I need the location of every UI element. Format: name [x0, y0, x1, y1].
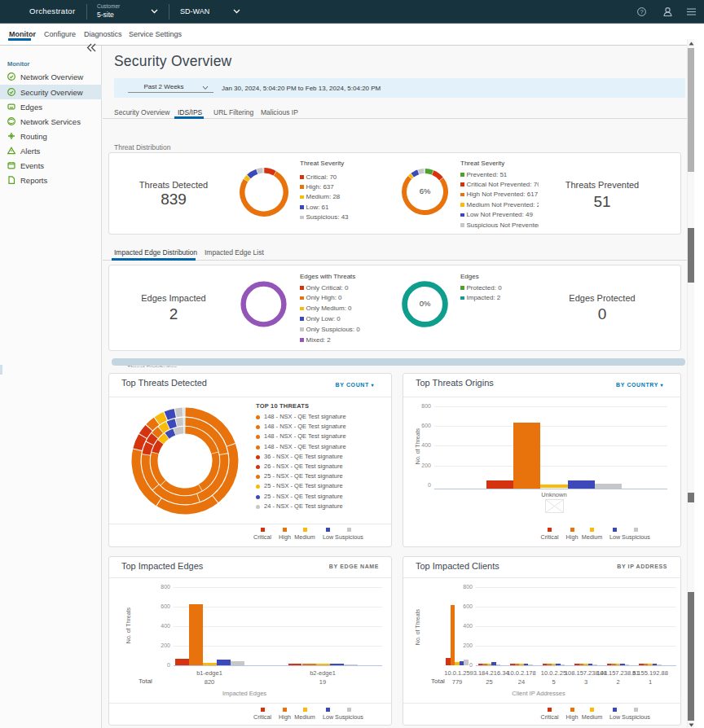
svg-text:?: ?: [640, 8, 643, 15]
